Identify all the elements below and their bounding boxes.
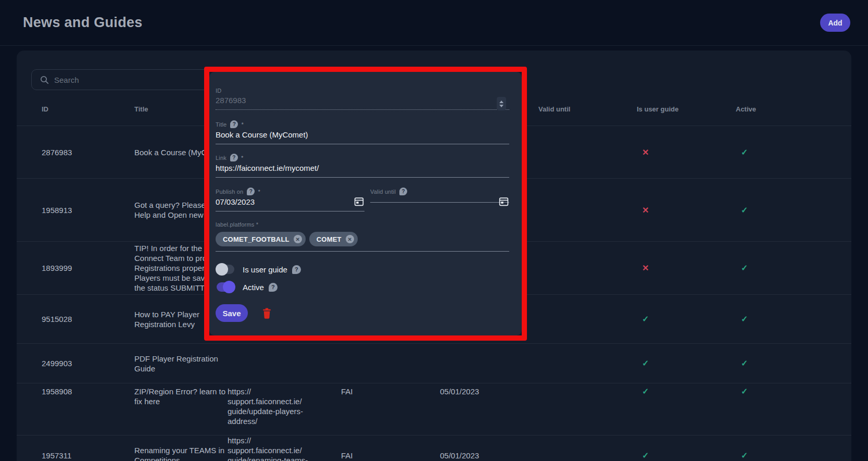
is-user-guide-icon: ✕ <box>637 263 736 273</box>
edit-modal: ID 2876983 Title ? * Book a Course (MyCo… <box>209 72 522 335</box>
toggle-knob[interactable] <box>216 263 228 276</box>
number-stepper[interactable] <box>497 97 506 110</box>
stepper-up-icon[interactable] <box>499 101 504 103</box>
table-row[interactable]: 2499903 PDF Player Registration Guide ✓ … <box>17 344 851 383</box>
help-icon[interactable]: ? <box>230 154 238 161</box>
calendar-icon[interactable] <box>498 196 509 207</box>
cell-id: 2876983 <box>42 147 134 157</box>
modal-actions: Save <box>216 304 271 322</box>
is-user-guide-toggle[interactable] <box>217 265 234 274</box>
active-icon: ✓ <box>736 263 851 273</box>
help-icon[interactable]: ? <box>247 188 255 195</box>
help-icon[interactable]: ? <box>292 265 301 274</box>
help-icon[interactable]: ? <box>230 120 238 128</box>
required-asterisk: * <box>241 121 243 128</box>
stepper-down-icon[interactable] <box>499 105 504 107</box>
help-icon[interactable]: ? <box>399 188 407 195</box>
column-header-valid-until: Valid until <box>538 104 637 114</box>
is-user-guide-icon: ✓ <box>637 387 736 396</box>
title-input[interactable]: Book a Course (MyComet) <box>216 130 509 144</box>
valid-until-field: Valid until ? <box>370 188 509 203</box>
platform-chips: COMET_FOOTBALL ✕ COMET ✕ <box>216 232 509 251</box>
table-row[interactable]: 1958908 ZIP/Region Error? learn to fix h… <box>17 383 851 435</box>
link-field: Link ? * https://faiconnect.ie/mycomet/ <box>216 154 509 178</box>
column-header-is-user-guide: Is user guide <box>637 104 736 114</box>
cell-link: https:// support.faiconnect.ie/ guide/up… <box>228 387 341 426</box>
column-header-id: ID <box>42 104 134 114</box>
publish-on-label: Publish on ? * <box>216 188 364 195</box>
is-user-guide-icon: ✓ <box>637 358 736 368</box>
cell-id: 1957311 <box>42 451 134 460</box>
add-button[interactable]: Add <box>820 14 850 32</box>
platform-chip[interactable]: COMET ✕ <box>309 232 358 246</box>
id-label: ID <box>216 88 509 94</box>
active-icon: ✓ <box>736 387 851 396</box>
cell-title: PDF Player Registration Guide <box>134 354 228 373</box>
cell-platform: FAI <box>341 387 440 396</box>
table-row[interactable]: 1957311 Renaming your TEAMS in Competiti… <box>17 435 851 461</box>
cell-title: ZIP/Region Error? learn to fix here <box>134 387 228 406</box>
chip-remove-icon[interactable]: ✕ <box>294 235 302 243</box>
publish-on-input[interactable]: 07/03/2023 <box>216 197 364 211</box>
help-icon[interactable]: ? <box>269 283 278 292</box>
publish-on-field: Publish on ? * 07/03/2023 <box>216 188 364 211</box>
id-input: 2876983 <box>216 96 509 109</box>
is-user-guide-toggle-label: Is user guide <box>243 265 287 274</box>
is-user-guide-icon: ✓ <box>637 314 736 324</box>
active-icon: ✓ <box>736 205 851 215</box>
chip-label: COMET_FOOTBALL <box>223 235 290 243</box>
cell-publish-on: 05/01/2023 <box>440 451 538 460</box>
cell-id: 1958913 <box>42 205 134 215</box>
platforms-label: label.platforms * <box>216 221 509 228</box>
cell-id: 2499903 <box>42 358 134 368</box>
id-field: ID 2876983 <box>216 88 509 110</box>
is-user-guide-icon: ✕ <box>637 147 736 157</box>
platforms-field: label.platforms * COMET_FOOTBALL ✕ COMET… <box>216 221 509 252</box>
active-toggle-label: Active <box>243 283 264 292</box>
active-icon: ✓ <box>736 314 851 324</box>
chip-label: COMET <box>317 235 342 243</box>
valid-until-input[interactable] <box>370 197 509 202</box>
platform-chip[interactable]: COMET_FOOTBALL ✕ <box>216 232 306 246</box>
is-user-guide-icon: ✓ <box>637 451 736 460</box>
chip-remove-icon[interactable]: ✕ <box>346 235 354 243</box>
search-icon <box>40 76 49 84</box>
link-label: Link ? * <box>216 154 509 161</box>
required-asterisk: * <box>258 189 260 195</box>
delete-icon[interactable] <box>262 308 271 319</box>
required-asterisk: * <box>241 155 243 161</box>
active-icon: ✓ <box>736 358 851 368</box>
cell-id: 1893999 <box>42 263 134 273</box>
cell-link: https:// support.faiconnect.ie/ guide/re… <box>228 435 341 461</box>
top-header: News and Guides Add <box>0 0 868 46</box>
active-icon: ✓ <box>736 451 851 460</box>
title-label: Title ? * <box>216 120 509 128</box>
cell-platform: FAI <box>341 451 440 460</box>
is-user-guide-icon: ✕ <box>637 205 736 215</box>
save-button[interactable]: Save <box>216 304 248 322</box>
active-icon: ✓ <box>736 147 851 157</box>
is-user-guide-row: Is user guide ? <box>217 265 301 274</box>
valid-until-label: Valid until ? <box>370 188 509 195</box>
cell-id: 9515028 <box>42 314 134 324</box>
page-title: News and Guides <box>23 15 143 31</box>
active-toggle[interactable] <box>217 282 234 292</box>
active-row: Active ? <box>217 282 278 292</box>
title-field: Title ? * Book a Course (MyComet) <box>216 120 509 144</box>
column-header-active: Active <box>736 104 851 114</box>
calendar-icon[interactable] <box>354 196 364 207</box>
cell-id: 1958908 <box>42 387 134 396</box>
highlight-overlay: ID 2876983 Title ? * Book a Course (MyCo… <box>204 67 527 341</box>
link-input[interactable]: https://faiconnect.ie/mycomet/ <box>216 164 509 177</box>
cell-publish-on: 05/01/2023 <box>440 387 538 396</box>
toggle-knob[interactable] <box>223 281 235 293</box>
cell-title: Renaming your TEAMS in Competitions <box>134 445 228 461</box>
